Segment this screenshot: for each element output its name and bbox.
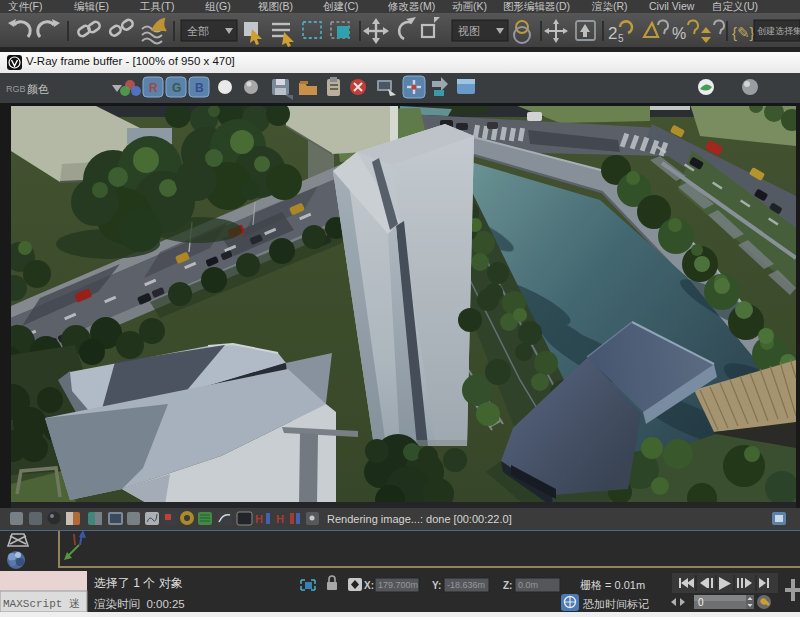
svg-text:0: 0 [698,597,704,608]
svg-text:渲染时间 0:00:25: 渲染时间 0:00:25 [94,598,185,610]
svg-text:B: B [195,81,204,95]
svg-text:视图: 视图 [458,25,480,37]
svg-text:-18.636m: -18.636m [447,580,485,590]
svg-text:{✎}: {✎} [732,24,755,41]
svg-text:0.0m: 0.0m [518,580,538,590]
svg-text:Y:: Y: [432,580,441,591]
svg-text:2: 2 [608,24,617,43]
svg-text:179.700m: 179.700m [378,580,418,590]
svg-text:全部: 全部 [187,25,209,37]
svg-text:5: 5 [618,33,624,44]
svg-text:H: H [276,513,284,525]
svg-text:创建选择集: 创建选择集 [757,26,800,36]
svg-text:H: H [255,513,263,525]
svg-text:G: G [172,81,181,95]
svg-text:选择了 1 个 对象: 选择了 1 个 对象 [94,576,183,590]
svg-text:颜色: 颜色 [27,83,49,95]
svg-text:栅格 = 0.01m: 栅格 = 0.01m [580,579,645,591]
svg-text:Z:: Z: [503,580,512,591]
svg-text:MAXScript 迷: MAXScript 迷 [3,598,80,610]
svg-text:恐加时间标记: 恐加时间标记 [582,598,649,610]
svg-text:X:: X: [364,580,374,591]
svg-text:R: R [149,81,158,95]
svg-text:RGB: RGB [6,84,26,94]
svg-text:%: % [672,25,686,42]
